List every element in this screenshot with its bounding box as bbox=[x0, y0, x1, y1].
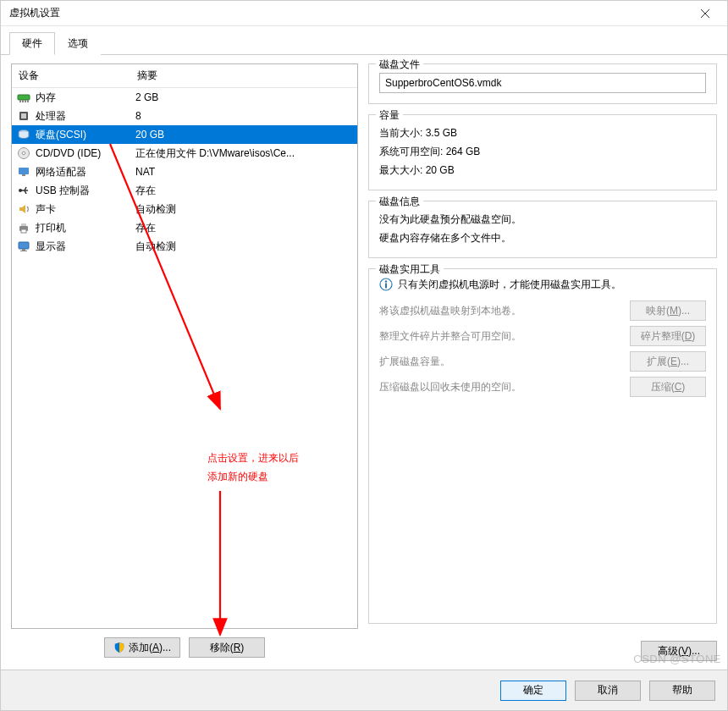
device-row-cd[interactable]: CD/DVD (IDE)正在使用文件 D:\VMware\isos\Ce... bbox=[12, 144, 357, 163]
device-summary: 存在 bbox=[135, 184, 352, 198]
expand-button[interactable]: 扩展(E)... bbox=[630, 351, 706, 372]
disk-info-line2: 硬盘内容存储在多个文件中。 bbox=[379, 229, 706, 247]
map-button[interactable]: 映射(M)... bbox=[630, 300, 706, 321]
svg-point-25 bbox=[385, 280, 387, 282]
sound-icon bbox=[17, 202, 30, 216]
cancel-button[interactable]: 取消 bbox=[575, 681, 641, 701]
svg-rect-12 bbox=[19, 168, 29, 174]
disk-util-notice: 只有关闭虚拟机电源时，才能使用磁盘实用工具。 bbox=[379, 278, 706, 292]
net-icon bbox=[17, 165, 30, 179]
device-row-cpu[interactable]: 处理器8 bbox=[12, 107, 357, 125]
device-label: 硬盘(SCSI) bbox=[36, 128, 135, 142]
device-label: 声卡 bbox=[36, 202, 135, 217]
usb-icon bbox=[17, 184, 30, 197]
svg-rect-23 bbox=[20, 251, 27, 251]
disk-file-field[interactable]: SupperbroCentOS6.vmdk bbox=[379, 73, 706, 93]
cd-icon bbox=[17, 146, 30, 160]
device-summary: 正在使用文件 D:\VMware\isos\Ce... bbox=[135, 146, 352, 161]
capacity-current: 当前大小: 3.5 GB bbox=[379, 124, 706, 142]
close-button[interactable] bbox=[688, 2, 722, 25]
device-label: USB 控制器 bbox=[36, 184, 135, 198]
col-header-summary[interactable]: 摘要 bbox=[130, 64, 357, 87]
titlebar: 虚拟机设置 bbox=[1, 1, 727, 26]
window-title: 虚拟机设置 bbox=[9, 6, 60, 20]
device-row-display[interactable]: 显示器自动检测 bbox=[12, 237, 357, 256]
remove-button[interactable]: 移除(R) bbox=[189, 637, 265, 658]
defrag-button[interactable]: 碎片整理(D) bbox=[630, 326, 706, 346]
device-label: 网络适配器 bbox=[36, 165, 135, 179]
device-summary: 自动检测 bbox=[135, 202, 352, 217]
tab-options[interactable]: 选项 bbox=[55, 32, 101, 55]
uac-shield-icon bbox=[113, 642, 125, 653]
compact-desc: 压缩磁盘以回收未使用的空间。 bbox=[379, 380, 620, 394]
device-label: 处理器 bbox=[36, 109, 135, 124]
device-summary: 2 GB bbox=[135, 91, 352, 103]
device-row-printer[interactable]: 打印机存在 bbox=[12, 218, 357, 237]
memory-icon bbox=[17, 91, 30, 104]
group-disk-info: 磁盘信息 没有为此硬盘预分配磁盘空间。 硬盘内容存储在多个文件中。 bbox=[368, 201, 717, 258]
device-label: 内存 bbox=[36, 91, 135, 105]
capacity-sys-free: 系统可用空间: 264 GB bbox=[379, 142, 706, 161]
list-body: 内存2 GB处理器8硬盘(SCSI)20 GBCD/DVD (IDE)正在使用文… bbox=[12, 88, 357, 256]
device-row-net[interactable]: 网络适配器NAT bbox=[12, 163, 357, 181]
display-icon bbox=[17, 240, 30, 253]
tool-row-expand: 扩展磁盘容量。 扩展(E)... bbox=[379, 351, 706, 372]
svg-rect-26 bbox=[385, 284, 387, 289]
device-summary: NAT bbox=[135, 166, 352, 178]
svg-rect-21 bbox=[19, 242, 29, 249]
close-icon bbox=[701, 9, 709, 18]
left-pane: 设备 摘要 内存2 GB处理器8硬盘(SCSI)20 GBCD/DVD (IDE… bbox=[11, 63, 358, 661]
content-area: 设备 摘要 内存2 GB处理器8硬盘(SCSI)20 GBCD/DVD (IDE… bbox=[1, 55, 727, 670]
device-row-disk[interactable]: 硬盘(SCSI)20 GB bbox=[12, 125, 357, 144]
tab-bar: 硬件 选项 bbox=[1, 26, 727, 55]
svg-rect-2 bbox=[18, 95, 30, 100]
tool-row-defrag: 整理文件碎片并整合可用空间。 碎片整理(D) bbox=[379, 326, 706, 346]
device-summary: 20 GB bbox=[135, 129, 352, 141]
col-header-device[interactable]: 设备 bbox=[12, 64, 130, 87]
device-list: 设备 摘要 内存2 GB处理器8硬盘(SCSI)20 GBCD/DVD (IDE… bbox=[11, 63, 358, 629]
group-title-disk-info: 磁盘信息 bbox=[376, 195, 423, 209]
group-title-disk-util: 磁盘实用工具 bbox=[376, 262, 444, 277]
info-icon bbox=[379, 278, 393, 291]
defrag-desc: 整理文件碎片并整合可用空间。 bbox=[379, 329, 620, 344]
svg-rect-5 bbox=[25, 100, 26, 102]
svg-rect-19 bbox=[21, 223, 26, 226]
group-capacity: 容量 当前大小: 3.5 GB 系统可用空间: 264 GB 最大大小: 20 … bbox=[368, 114, 717, 190]
disk-icon bbox=[17, 128, 30, 141]
svg-rect-8 bbox=[21, 113, 26, 118]
svg-rect-13 bbox=[22, 174, 25, 176]
svg-rect-22 bbox=[22, 249, 25, 251]
group-disk-file: 磁盘文件 SupperbroCentOS6.vmdk bbox=[368, 63, 717, 104]
capacity-max: 最大大小: 20 GB bbox=[379, 161, 706, 179]
device-summary: 自动检测 bbox=[135, 240, 352, 254]
svg-point-11 bbox=[22, 152, 25, 155]
help-button[interactable]: 帮助 bbox=[649, 681, 715, 701]
list-header: 设备 摘要 bbox=[12, 64, 357, 88]
group-title-capacity: 容量 bbox=[376, 108, 403, 123]
disk-util-notice-text: 只有关闭虚拟机电源时，才能使用磁盘实用工具。 bbox=[398, 278, 621, 292]
expand-desc: 扩展磁盘容量。 bbox=[379, 355, 620, 369]
add-button[interactable]: 添加(A)... bbox=[104, 637, 180, 658]
device-summary: 存在 bbox=[135, 221, 352, 235]
printer-icon bbox=[17, 221, 30, 234]
svg-rect-20 bbox=[21, 229, 26, 233]
tool-row-compact: 压缩磁盘以回收未使用的空间。 压缩(C) bbox=[379, 377, 706, 397]
svg-rect-3 bbox=[19, 100, 21, 102]
cpu-icon bbox=[17, 109, 30, 123]
device-label: CD/DVD (IDE) bbox=[36, 147, 135, 159]
tab-hardware[interactable]: 硬件 bbox=[9, 32, 55, 55]
map-desc: 将该虚拟机磁盘映射到本地卷。 bbox=[379, 304, 620, 318]
dialog-button-bar: 确定 取消 帮助 bbox=[1, 670, 727, 710]
disk-info-line1: 没有为此硬盘预分配磁盘空间。 bbox=[379, 210, 706, 229]
left-button-row: 添加(A)... 移除(R) bbox=[11, 629, 358, 661]
device-row-memory[interactable]: 内存2 GB bbox=[12, 88, 357, 107]
advanced-button[interactable]: 高级(V)... bbox=[641, 641, 717, 661]
device-label: 打印机 bbox=[36, 221, 135, 235]
device-row-usb[interactable]: USB 控制器存在 bbox=[12, 181, 357, 200]
device-summary: 8 bbox=[135, 110, 352, 122]
device-label: 显示器 bbox=[36, 240, 135, 254]
ok-button[interactable]: 确定 bbox=[500, 681, 566, 701]
group-disk-util: 磁盘实用工具 只有关闭虚拟机电源时，才能使用磁盘实用工具。 将该虚拟机磁盘映射到… bbox=[368, 268, 717, 624]
compact-button[interactable]: 压缩(C) bbox=[630, 377, 706, 397]
device-row-sound[interactable]: 声卡自动检测 bbox=[12, 200, 357, 218]
